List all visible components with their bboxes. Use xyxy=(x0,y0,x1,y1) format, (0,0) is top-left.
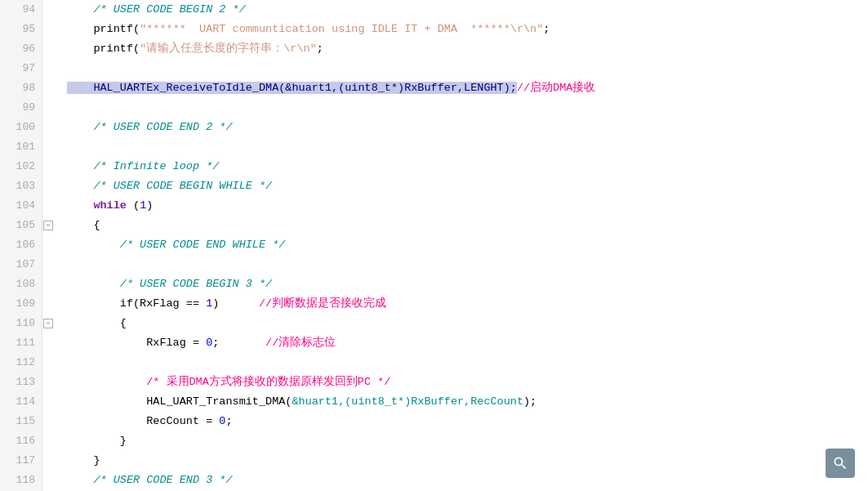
line-number-103: 103 xyxy=(7,176,35,196)
code-lines: /* USER CODE BEGIN 2 */ printf("****** U… xyxy=(54,0,868,490)
code-segment: /* Infinite loop */ xyxy=(67,160,219,172)
code-segment: while xyxy=(67,199,133,212)
code-area: /* USER CODE BEGIN 2 */ printf("****** U… xyxy=(54,0,868,491)
line-number-117: 117 xyxy=(7,451,35,471)
code-segment: RxFlag = xyxy=(67,337,206,349)
code-line-106: /* USER CODE END WHILE */ xyxy=(67,235,868,255)
code-line-118: /* USER CODE END 3 */ xyxy=(67,471,868,490)
code-line-97 xyxy=(67,59,868,78)
line-number-107: 107 xyxy=(7,255,35,275)
line-number-113: 113 xyxy=(7,373,35,392)
code-segment: ; xyxy=(543,23,550,35)
code-line-102: /* Infinite loop */ xyxy=(67,157,868,176)
line-number-97: 97 xyxy=(7,59,35,78)
line-numbers: 9495969798991001011021031041051061071081… xyxy=(0,0,42,491)
code-line-104: while (1) xyxy=(67,196,868,216)
line-number-101: 101 xyxy=(7,137,35,157)
code-line-112 xyxy=(67,353,868,373)
code-segment: RecCount = xyxy=(67,415,219,427)
code-line-117: } xyxy=(67,451,868,471)
code-segment: /* USER CODE END 2 */ xyxy=(67,121,233,133)
code-line-113: /* 采用DMA方式将接收的数据原样发回到PC */ xyxy=(67,373,868,392)
code-line-98: HAL_UARTEx_ReceiveToIdle_DMA(&huart1,(ui… xyxy=(67,78,868,98)
line-number-108: 108 xyxy=(7,275,35,294)
code-line-108: /* USER CODE BEGIN 3 */ xyxy=(67,275,868,294)
line-number-118: 118 xyxy=(7,471,35,490)
code-segment: //启动DMA接收 xyxy=(517,82,596,94)
code-segment: /* USER CODE BEGIN 2 */ xyxy=(67,3,246,16)
code-line-94: /* USER CODE BEGIN 2 */ xyxy=(67,0,868,20)
code-segment: ( xyxy=(133,199,140,212)
code-segment: ; xyxy=(317,42,323,55)
line-number-112: 112 xyxy=(7,353,35,373)
code-segment: ; xyxy=(212,337,265,349)
code-segment: /* USER CODE BEGIN WHILE */ xyxy=(67,180,272,192)
code-line-111: RxFlag = 0; //清除标志位 xyxy=(67,333,868,353)
code-line-116: } xyxy=(67,431,868,451)
line-number-95: 95 xyxy=(7,20,35,39)
code-line-109: if(RxFlag == 1) //判断数据是否接收完成 xyxy=(67,294,868,314)
gutter: −− xyxy=(42,0,54,491)
code-line-114: HAL_UART_Transmit_DMA(&huart1,(uint8_t*)… xyxy=(67,392,868,412)
code-segment: } xyxy=(67,454,100,466)
code-segment: /* USER CODE END 3 */ xyxy=(67,474,233,486)
search-button[interactable] xyxy=(826,449,855,478)
code-segment: { xyxy=(67,317,127,329)
code-segment: } xyxy=(67,435,127,447)
fold-marker-110[interactable]: − xyxy=(43,319,53,328)
search-icon xyxy=(832,455,848,471)
code-segment: if(RxFlag == xyxy=(67,297,206,310)
code-segment: { xyxy=(67,219,100,231)
line-number-99: 99 xyxy=(7,98,35,118)
code-line-96: printf("请输入任意长度的字符串：\r\n"; xyxy=(67,39,868,59)
code-line-105: { xyxy=(67,216,868,235)
fold-marker-105[interactable]: − xyxy=(43,221,53,230)
line-number-115: 115 xyxy=(7,412,35,431)
code-segment: ); xyxy=(523,395,536,408)
line-number-106: 106 xyxy=(7,235,35,255)
code-segment: /* USER CODE END WHILE */ xyxy=(67,239,285,251)
line-number-116: 116 xyxy=(7,431,35,451)
code-line-100: /* USER CODE END 2 */ xyxy=(67,118,868,137)
code-segment: HAL_UARTEx_ReceiveToIdle_DMA(&huart1,(ui… xyxy=(67,82,517,94)
code-segment: ; xyxy=(225,415,232,427)
code-line-95: printf("****** UART communtication using… xyxy=(67,20,868,39)
line-number-110: 110 xyxy=(7,314,35,333)
code-segment: /* 采用DMA方式将接收的数据原样发回到PC */ xyxy=(67,376,390,388)
line-number-98: 98 xyxy=(7,78,35,98)
line-number-104: 104 xyxy=(7,196,35,216)
line-number-105: 105 xyxy=(7,216,35,235)
line-number-102: 102 xyxy=(7,157,35,176)
code-segment: printf( xyxy=(67,42,140,55)
code-line-101 xyxy=(67,137,868,157)
code-segment: ) xyxy=(212,297,259,310)
code-segment: /* USER CODE BEGIN 3 */ xyxy=(67,278,272,290)
line-number-94: 94 xyxy=(7,0,35,20)
code-segment: //清除标志位 xyxy=(265,337,336,349)
line-number-100: 100 xyxy=(7,118,35,137)
code-line-110: { xyxy=(67,314,868,333)
code-segment: "****** UART communtication using IDLE I… xyxy=(140,23,543,35)
code-segment: HAL_UART_Transmit_DMA( xyxy=(67,395,292,408)
code-line-99 xyxy=(67,98,868,118)
code-segment: //判断数据是否接收完成 xyxy=(259,297,386,310)
code-line-103: /* USER CODE BEGIN WHILE */ xyxy=(67,176,868,196)
code-segment: printf( xyxy=(67,23,140,35)
code-segment: "请输入任意长度的字符串：\r\n" xyxy=(140,42,317,55)
line-number-96: 96 xyxy=(7,39,35,59)
line-number-111: 111 xyxy=(7,333,35,353)
code-line-107 xyxy=(67,255,868,275)
line-number-114: 114 xyxy=(7,392,35,412)
editor-container: 9495969798991001011021031041051061071081… xyxy=(0,0,868,491)
code-segment: ) xyxy=(146,199,153,212)
code-line-115: RecCount = 0; xyxy=(67,412,868,431)
code-segment: &huart1,(uint8_t*)RxBuffer,RecCount xyxy=(292,395,523,408)
line-number-109: 109 xyxy=(7,294,35,314)
